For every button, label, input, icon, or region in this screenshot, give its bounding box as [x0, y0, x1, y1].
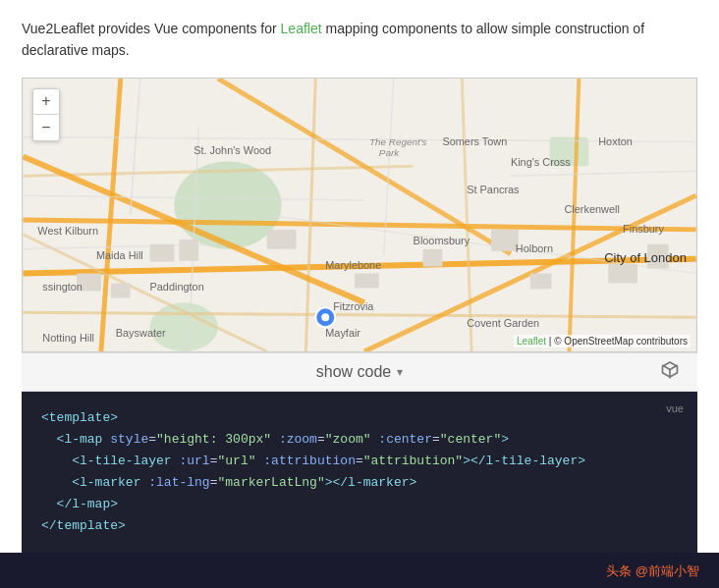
- show-code-button[interactable]: show code ▾: [316, 363, 404, 381]
- svg-text:Somers Town: Somers Town: [442, 134, 507, 146]
- svg-rect-24: [150, 244, 175, 262]
- chevron-down-icon: ▾: [397, 365, 403, 379]
- map-svg: St. John's Wood The Regent's Park Somers…: [23, 79, 696, 351]
- city-label: City of London: [604, 250, 687, 265]
- svg-rect-30: [530, 273, 552, 289]
- desc-before-link: Vue2Leaflet provides Vue components for: [22, 21, 281, 36]
- description-text: Vue2Leaflet provides Vue components for …: [22, 18, 697, 62]
- svg-text:Paddington: Paddington: [150, 281, 204, 293]
- cube-icon[interactable]: [660, 359, 680, 384]
- zoom-in-button[interactable]: +: [33, 89, 59, 115]
- svg-text:Notting Hill: Notting Hill: [42, 332, 94, 344]
- svg-text:Marylebone: Marylebone: [325, 258, 381, 270]
- svg-text:Covent Garden: Covent Garden: [467, 317, 539, 329]
- map-attribution: Leaflet | © OpenStreetMap contributors: [514, 335, 691, 347]
- svg-rect-27: [355, 273, 379, 288]
- svg-rect-28: [423, 249, 443, 267]
- show-code-label: show code: [316, 363, 392, 381]
- svg-text:Maida Hill: Maida Hill: [96, 248, 143, 260]
- leaflet-link[interactable]: Leaflet: [281, 21, 322, 36]
- svg-text:St. John's Wood: St. John's Wood: [194, 144, 271, 156]
- leaflet-attribution-link[interactable]: Leaflet: [517, 336, 546, 347]
- map-container: St. John's Wood The Regent's Park Somers…: [22, 78, 697, 352]
- code-block: vue <template> <l-map style="height: 300…: [22, 392, 697, 554]
- code-line-3: <l-tile-layer :url="url" :attribution="a…: [41, 451, 678, 472]
- svg-text:ssington: ssington: [42, 281, 83, 293]
- code-line-6: </template>: [41, 515, 678, 537]
- svg-text:Bayswater: Bayswater: [116, 327, 166, 339]
- svg-rect-29: [491, 230, 519, 251]
- svg-text:St Pancras: St Pancras: [467, 184, 520, 195]
- page-wrapper: Vue2Leaflet provides Vue components for …: [0, 0, 719, 553]
- svg-text:The Regent's: The Regent's: [369, 135, 427, 146]
- vue-label: vue: [666, 400, 684, 418]
- watermark-highlight: 头条 @前端小智: [606, 563, 699, 578]
- svg-text:Clerkenwell: Clerkenwell: [565, 203, 620, 215]
- svg-rect-31: [608, 263, 637, 283]
- watermark-bar: 头条 @前端小智: [0, 553, 719, 588]
- show-code-bar: show code ▾: [22, 352, 697, 392]
- code-line-2: <l-map style="height: 300px" :zoom="zoom…: [41, 429, 678, 451]
- watermark-text: 头条 @前端小智: [606, 562, 699, 580]
- svg-text:King's Cross: King's Cross: [511, 156, 571, 168]
- svg-text:Hoxton: Hoxton: [598, 134, 633, 146]
- svg-rect-26: [267, 230, 297, 249]
- zoom-controls: + −: [32, 88, 60, 141]
- attribution-text: | © OpenStreetMap contributors: [549, 336, 688, 347]
- svg-rect-25: [179, 240, 198, 261]
- zoom-out-button[interactable]: −: [33, 115, 59, 140]
- svg-text:Park: Park: [379, 147, 400, 158]
- svg-text:West Kilburn: West Kilburn: [37, 225, 98, 237]
- svg-text:Mayfair: Mayfair: [325, 327, 360, 339]
- svg-point-1: [174, 161, 281, 248]
- svg-rect-34: [111, 283, 131, 297]
- svg-point-59: [321, 313, 329, 321]
- code-line-1: <template>: [41, 407, 678, 429]
- code-line-4: <l-marker :lat-lng="markerLatLng"></l-ma…: [41, 472, 678, 494]
- svg-text:Holborn: Holborn: [516, 242, 553, 254]
- svg-text:Bloomsbury: Bloomsbury: [414, 235, 470, 246]
- svg-text:Finsbury: Finsbury: [623, 223, 664, 235]
- code-line-5: </l-map>: [41, 494, 678, 515]
- svg-text:Fitzrovia: Fitzrovia: [333, 300, 374, 312]
